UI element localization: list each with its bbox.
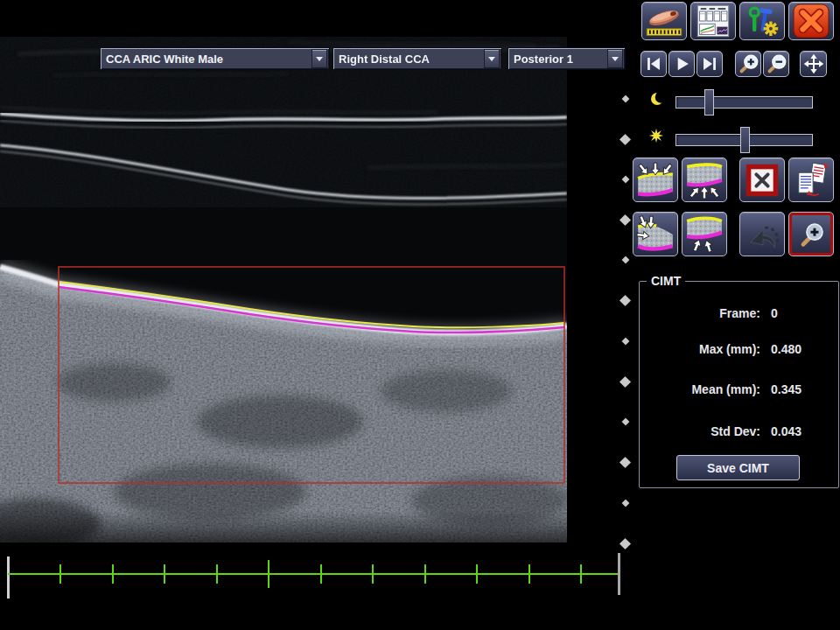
mean-label: Mean (mm): — [640, 382, 760, 397]
max-value: 0.480 — [771, 341, 802, 357]
mean-value: 0.345 — [771, 382, 802, 397]
settings-button[interactable] — [739, 2, 785, 40]
chevron-down-icon — [488, 57, 495, 61]
marker-diamond — [620, 214, 631, 226]
protocol-dropdown[interactable]: CCA ARIC White Male — [100, 47, 330, 70]
max-label: Max (mm): — [640, 341, 760, 357]
brightness-slider[interactable] — [676, 134, 813, 146]
moon-icon — [649, 90, 667, 108]
chevron-down-icon — [612, 57, 619, 61]
copy-report-button[interactable] — [788, 158, 834, 202]
sun-icon — [648, 127, 665, 144]
zoom-in-icon — [736, 52, 760, 76]
undo-icon — [743, 215, 781, 254]
marker-diamond — [622, 95, 629, 102]
marker-diamond — [620, 538, 631, 550]
segment-dropdown-value: Right Distal CCA — [333, 52, 484, 66]
last-frame-icon — [698, 52, 721, 75]
marker-diamond — [620, 457, 631, 468]
marker-diamond — [620, 295, 631, 306]
brightness-slider-thumb[interactable] — [740, 127, 750, 153]
frame-label: Frame: — [640, 305, 760, 321]
save-cimt-button[interactable]: Save CIMT — [676, 455, 800, 480]
view-dropdown-value: Posterior 1 — [508, 52, 607, 66]
zoom-tool-icon — [796, 220, 826, 249]
view-dropdown-arrow[interactable] — [607, 49, 623, 68]
marker-diamond — [622, 500, 629, 507]
first-frame-button[interactable] — [640, 51, 667, 77]
zoom-out-icon — [764, 52, 788, 76]
edit-near-wall-icon — [636, 215, 675, 254]
documents-icon — [792, 161, 830, 200]
pan-icon — [802, 52, 825, 75]
contrast-slider-thumb[interactable] — [704, 89, 714, 116]
report-icon — [694, 4, 732, 38]
protocol-dropdown-arrow[interactable] — [312, 49, 327, 68]
first-frame-icon — [642, 52, 665, 75]
snap-far-wall-icon — [685, 161, 724, 200]
zoom-in-button[interactable] — [735, 51, 761, 77]
measure-tool-button[interactable] — [641, 2, 687, 40]
marker-diamond — [622, 418, 629, 425]
snap-near-wall-icon — [636, 161, 675, 200]
scale-ruler — [0, 551, 626, 604]
marker-diamond — [620, 376, 631, 388]
artery-caliper-icon — [645, 4, 683, 38]
pan-button[interactable] — [800, 51, 827, 77]
zoom-tool-button[interactable] — [788, 212, 834, 256]
marker-diamond — [620, 134, 631, 145]
cimt-panel-legend: CIMT — [647, 274, 685, 288]
close-icon — [790, 4, 832, 38]
tools-icon — [743, 4, 781, 38]
chevron-down-icon — [316, 57, 323, 61]
edit-far-wall-button[interactable] — [682, 212, 727, 256]
stddev-label: Std Dev: — [640, 424, 760, 439]
edit-far-wall-icon — [685, 215, 724, 254]
snap-near-wall-button[interactable] — [633, 158, 678, 202]
play-icon — [670, 52, 693, 75]
view-dropdown[interactable]: Posterior 1 — [508, 47, 626, 70]
marker-diamond — [622, 338, 629, 345]
delete-icon — [743, 161, 781, 200]
cimt-panel: CIMT Frame: 0 Max (mm): 0.480 Mean (mm):… — [639, 281, 839, 488]
marker-diamond — [622, 176, 629, 183]
delete-trace-button[interactable] — [739, 158, 785, 202]
segment-dropdown[interactable]: Right Distal CCA — [332, 47, 502, 70]
close-button[interactable] — [788, 2, 834, 40]
ultrasound-image[interactable] — [0, 37, 567, 542]
play-button[interactable] — [668, 51, 695, 77]
app-window: CCA ARIC White Male Right Distal CCA Pos… — [0, 0, 840, 630]
protocol-dropdown-value: CCA ARIC White Male — [101, 52, 312, 66]
frame-value: 0 — [771, 305, 778, 321]
snap-far-wall-button[interactable] — [682, 158, 727, 202]
stddev-value: 0.043 — [771, 424, 802, 439]
last-frame-button[interactable] — [696, 51, 723, 77]
contrast-slider[interactable] — [676, 96, 813, 108]
undo-button[interactable] — [739, 212, 785, 256]
edit-near-wall-button[interactable] — [633, 212, 678, 256]
marker-diamond — [622, 256, 629, 263]
report-button[interactable] — [690, 2, 736, 40]
zoom-out-button[interactable] — [763, 51, 789, 77]
segment-dropdown-arrow[interactable] — [484, 49, 500, 68]
